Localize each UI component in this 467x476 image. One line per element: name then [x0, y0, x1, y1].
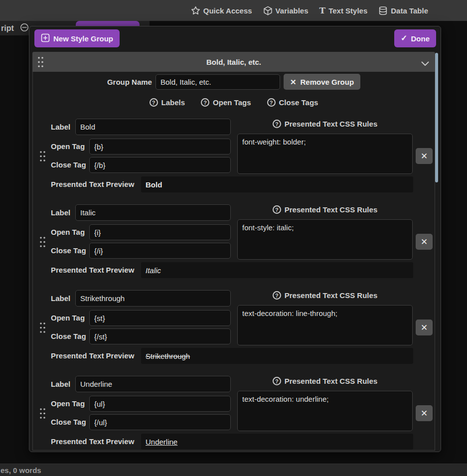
help-labels[interactable]: ? Labels	[150, 98, 185, 107]
group-name-row: Group Name ✕ Remove Group	[33, 74, 435, 90]
group-name-label: Group Name	[107, 78, 152, 86]
css-rules-textarea[interactable]: text-decoration: underline;	[237, 391, 413, 431]
help-row: ? Labels ? Open Tags ? Close Tags	[33, 98, 435, 107]
preview-value: Underline	[146, 438, 177, 446]
preview-field: Italic	[141, 262, 413, 278]
style-entry: Label Open Tag Close Tag ? Presented Tex…	[33, 119, 435, 192]
text-styles-button[interactable]: T Text Styles	[319, 6, 368, 15]
label-field-label: Label	[51, 119, 70, 135]
drag-handle-icon[interactable]	[37, 56, 44, 70]
css-rules-label: Presented Text CSS Rules	[285, 205, 377, 214]
x-icon: ✕	[421, 238, 428, 246]
preview-value: Bold	[146, 180, 162, 189]
check-icon: ✓	[401, 34, 407, 42]
drag-handle-icon[interactable]	[39, 322, 46, 335]
label-input[interactable]	[75, 119, 231, 135]
open-tag-input[interactable]	[89, 224, 231, 240]
question-circle-icon: ?	[267, 98, 276, 107]
open-tag-field-label: Open Tag	[51, 310, 85, 326]
delete-style-button[interactable]: ✕	[416, 148, 433, 164]
close-tag-field-label: Close Tag	[51, 157, 86, 173]
remove-group-button[interactable]: ✕ Remove Group	[284, 74, 360, 90]
plus-square-icon	[41, 33, 50, 44]
help-close-tags[interactable]: ? Close Tags	[267, 98, 318, 107]
cube-icon	[263, 6, 273, 15]
style-group-body: Group Name ✕ Remove Group ? Labels ? Ope…	[32, 72, 435, 451]
circle-minus-icon[interactable]	[20, 23, 29, 34]
status-bar: es, 0 words	[0, 464, 467, 476]
help-labels-text: Labels	[161, 98, 185, 107]
background-toolbar-text: ript	[1, 24, 14, 33]
preview-field: Bold	[141, 176, 413, 192]
close-tag-field-label: Close Tag	[51, 414, 86, 430]
done-button[interactable]: ✓ Done	[394, 29, 436, 47]
database-icon	[378, 6, 388, 15]
preview-value: Italic	[146, 266, 161, 275]
topbar-item-label: Quick Access	[203, 6, 252, 15]
open-tag-field-label: Open Tag	[51, 139, 85, 155]
style-group-header[interactable]: Bold, Italic, etc.	[32, 52, 435, 72]
x-icon: ✕	[421, 323, 428, 332]
css-rules-label: Presented Text CSS Rules	[285, 291, 377, 300]
css-rules-header[interactable]: ? Presented Text CSS Rules	[237, 291, 413, 300]
close-tag-field-label: Close Tag	[51, 243, 86, 259]
group-name-input[interactable]	[156, 74, 280, 90]
star-icon	[191, 6, 200, 15]
open-tag-input[interactable]	[89, 139, 231, 155]
question-circle-icon: ?	[273, 205, 281, 214]
css-rules-textarea[interactable]: font-style: italic;	[237, 219, 413, 260]
question-circle-icon: ?	[273, 291, 281, 300]
variables-button[interactable]: Variables	[263, 6, 309, 15]
close-tag-input[interactable]	[89, 243, 231, 259]
css-rules-label: Presented Text CSS Rules	[285, 120, 377, 128]
css-rules-header[interactable]: ? Presented Text CSS Rules	[237, 120, 413, 128]
dialog-scrollbar[interactable]	[435, 53, 438, 182]
style-group-section: Bold, Italic, etc. Group Name ✕ Remove G…	[32, 52, 435, 451]
group-title: Bold, Italic, etc.	[206, 58, 261, 66]
data-table-button[interactable]: Data Table	[378, 6, 428, 15]
css-rules-textarea[interactable]: font-weight: bolder;	[237, 134, 413, 174]
label-input[interactable]	[75, 204, 231, 221]
delete-style-button[interactable]: ✕	[416, 234, 433, 250]
open-tag-input[interactable]	[89, 396, 231, 412]
css-rules-header[interactable]: ? Presented Text CSS Rules	[237, 205, 413, 214]
help-open-tags[interactable]: ? Open Tags	[201, 98, 251, 107]
label-input[interactable]	[75, 290, 231, 307]
style-entries: Label Open Tag Close Tag ? Presented Tex…	[33, 119, 435, 462]
help-close-tags-text: Close Tags	[279, 98, 318, 107]
x-icon: ✕	[421, 409, 428, 418]
label-field-label: Label	[51, 376, 70, 392]
question-circle-icon: ?	[150, 98, 158, 107]
text-styles-icon: T	[319, 6, 326, 15]
css-rules-textarea[interactable]: text-decoration: line-through;	[237, 305, 413, 345]
close-tag-input[interactable]	[89, 328, 231, 344]
close-tag-field-label: Close Tag	[51, 328, 86, 344]
close-tag-input[interactable]	[89, 157, 231, 173]
drag-handle-icon[interactable]	[39, 151, 46, 164]
top-toolbar: Quick Access Variables T Text Styles Dat…	[0, 0, 467, 21]
open-tag-field-label: Open Tag	[51, 396, 85, 412]
drag-handle-icon[interactable]	[39, 408, 46, 421]
delete-style-button[interactable]: ✕	[416, 405, 433, 421]
topbar-item-label: Variables	[276, 6, 309, 15]
help-open-tags-text: Open Tags	[213, 98, 251, 107]
open-tag-input[interactable]	[89, 310, 231, 326]
label-input[interactable]	[75, 376, 231, 392]
new-style-group-button[interactable]: New Style Group	[34, 29, 120, 47]
style-entry: Label Open Tag Close Tag ? Presented Tex…	[33, 204, 435, 278]
preview-field-label: Presented Text Preview	[51, 176, 134, 192]
style-entry: Label Open Tag Close Tag ? Presented Tex…	[33, 290, 435, 364]
chevron-down-icon[interactable]	[421, 59, 429, 68]
done-label: Done	[411, 34, 430, 43]
question-circle-icon: ?	[273, 377, 281, 385]
preview-field: Strikethrough	[141, 348, 413, 364]
drag-handle-icon[interactable]	[39, 236, 46, 250]
word-count-text: es, 0 words	[0, 466, 41, 475]
quick-access-button[interactable]: Quick Access	[191, 6, 252, 15]
x-icon: ✕	[421, 152, 428, 160]
question-circle-icon: ?	[201, 98, 209, 107]
preview-field: Underline	[141, 434, 413, 450]
delete-style-button[interactable]: ✕	[416, 319, 433, 335]
css-rules-header[interactable]: ? Presented Text CSS Rules	[237, 377, 413, 385]
close-tag-input[interactable]	[89, 414, 231, 430]
